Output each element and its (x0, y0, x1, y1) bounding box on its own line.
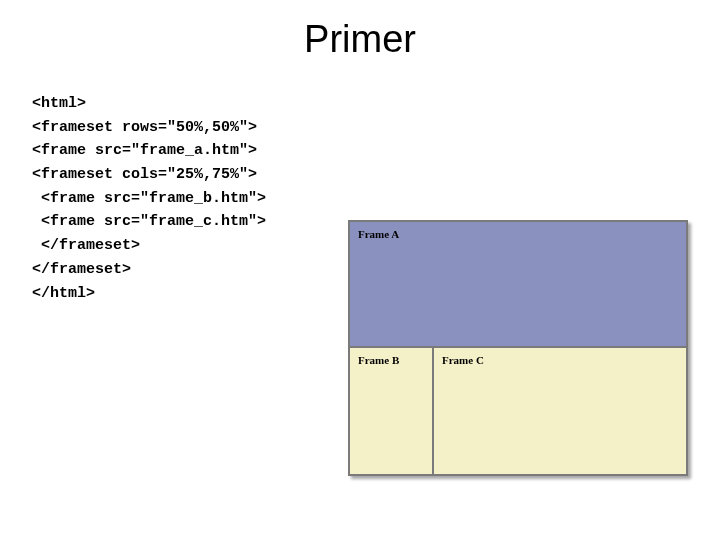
code-line: <frame src="frame_a.htm"> (32, 142, 257, 159)
slide: Primer <html> <frameset rows="50%,50%"> … (0, 0, 720, 540)
slide-title: Primer (0, 18, 720, 61)
code-line: <frame src="frame_b.htm"> (32, 190, 266, 207)
code-block: <html> <frameset rows="50%,50%"> <frame … (32, 92, 266, 305)
frame-c-label: Frame C (442, 354, 484, 366)
frame-a: Frame A (350, 222, 686, 348)
code-line: <frameset cols="25%,75%"> (32, 166, 257, 183)
code-line: </html> (32, 285, 95, 302)
code-line: </frameset> (32, 237, 140, 254)
code-line: <frame src="frame_c.htm"> (32, 213, 266, 230)
frame-c: Frame C (434, 348, 686, 474)
frameset-demo: Frame A Frame B Frame C (348, 220, 688, 476)
frame-b: Frame B (350, 348, 434, 474)
frame-a-label: Frame A (358, 228, 399, 240)
frame-b-label: Frame B (358, 354, 399, 366)
code-line: <frameset rows="50%,50%"> (32, 119, 257, 136)
code-line: <html> (32, 95, 86, 112)
code-line: </frameset> (32, 261, 131, 278)
frame-bottom-row: Frame B Frame C (350, 348, 686, 474)
